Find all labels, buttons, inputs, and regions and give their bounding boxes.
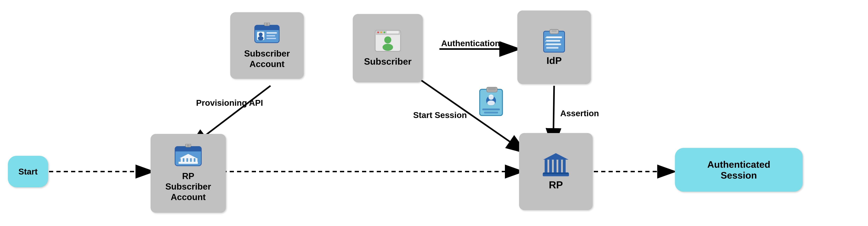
svg-rect-28 bbox=[192, 158, 194, 162]
svg-rect-26 bbox=[184, 158, 186, 162]
rp-box: RP bbox=[519, 133, 593, 210]
idp-icon: ✓ ✓ ✓ bbox=[540, 28, 568, 53]
start-session-label: Start Session bbox=[413, 110, 467, 120]
idp-node: ✓ ✓ ✓ IdP bbox=[515, 5, 593, 89]
start-node-box: Start bbox=[8, 156, 48, 187]
svg-rect-45 bbox=[546, 40, 560, 42]
rp-subscriber-account-box: RP Subscriber Account bbox=[151, 134, 226, 213]
svg-point-14 bbox=[258, 36, 264, 40]
svg-rect-64 bbox=[558, 160, 561, 173]
idp-box: ✓ ✓ ✓ IdP bbox=[517, 10, 591, 84]
start-label: Start bbox=[19, 167, 37, 176]
diagram-container: Start bbox=[0, 0, 868, 226]
rp-icon bbox=[542, 152, 570, 176]
subscriber-label: Subscriber bbox=[364, 56, 411, 67]
svg-rect-19 bbox=[266, 23, 269, 25]
assertion-icon-floating bbox=[476, 84, 511, 123]
svg-rect-53 bbox=[488, 88, 496, 91]
rp-subscriber-icon bbox=[174, 144, 202, 169]
id-card-icon bbox=[253, 22, 281, 46]
authenticated-session-node: Authenticated Session bbox=[672, 145, 805, 194]
svg-rect-27 bbox=[188, 158, 190, 162]
svg-rect-31 bbox=[187, 144, 190, 147]
svg-point-55 bbox=[489, 95, 494, 100]
rp-label: RP bbox=[549, 179, 563, 191]
subscriber-account-node: Subscriber Account bbox=[226, 5, 308, 86]
start-node: Start bbox=[7, 154, 49, 189]
svg-marker-60 bbox=[543, 153, 568, 160]
svg-rect-57 bbox=[482, 108, 500, 110]
svg-rect-11 bbox=[255, 28, 279, 30]
svg-rect-22 bbox=[175, 150, 201, 152]
svg-rect-61 bbox=[545, 160, 548, 173]
svg-text:✓: ✓ bbox=[545, 43, 547, 46]
svg-rect-65 bbox=[563, 160, 566, 173]
svg-rect-16 bbox=[267, 35, 275, 36]
svg-rect-66 bbox=[543, 172, 568, 174]
svg-point-36 bbox=[380, 32, 382, 33]
svg-rect-62 bbox=[549, 160, 552, 173]
authenticated-session-box: Authenticated Session bbox=[675, 148, 803, 192]
rp-subscriber-account-node: RP Subscriber Account bbox=[147, 128, 229, 219]
assertion-label: Assertion bbox=[560, 108, 599, 118]
svg-text:✓: ✓ bbox=[545, 39, 547, 42]
svg-rect-15 bbox=[267, 32, 277, 34]
svg-rect-43 bbox=[552, 30, 557, 32]
svg-point-39 bbox=[384, 36, 391, 43]
svg-point-56 bbox=[487, 100, 495, 105]
svg-point-13 bbox=[259, 33, 262, 36]
subscriber-box: Subscriber bbox=[353, 14, 423, 82]
subscriber-node: Subscriber bbox=[350, 8, 426, 88]
idp-label: IdP bbox=[547, 55, 562, 66]
svg-rect-44 bbox=[546, 36, 562, 38]
subscriber-account-box: Subscriber Account bbox=[230, 12, 304, 79]
subscriber-account-label: Subscriber Account bbox=[244, 48, 290, 69]
authentication-label: Authentication bbox=[441, 38, 500, 48]
svg-text:✓: ✓ bbox=[545, 36, 547, 39]
svg-rect-58 bbox=[484, 112, 498, 114]
provisioning-api-label: Provisioning API bbox=[196, 98, 263, 108]
svg-point-35 bbox=[377, 32, 379, 33]
svg-rect-25 bbox=[181, 158, 183, 162]
svg-rect-47 bbox=[546, 47, 558, 49]
subscriber-icon bbox=[374, 29, 402, 54]
svg-point-37 bbox=[383, 32, 385, 33]
rp-subscriber-account-label: RP Subscriber Account bbox=[165, 171, 211, 202]
authenticated-session-label: Authenticated Session bbox=[707, 159, 770, 181]
svg-rect-63 bbox=[554, 160, 557, 173]
rp-node: RP bbox=[517, 128, 595, 215]
svg-rect-38 bbox=[386, 31, 399, 33]
svg-rect-17 bbox=[267, 38, 276, 39]
svg-rect-46 bbox=[546, 43, 561, 45]
svg-rect-29 bbox=[195, 158, 197, 162]
svg-point-40 bbox=[382, 44, 393, 51]
